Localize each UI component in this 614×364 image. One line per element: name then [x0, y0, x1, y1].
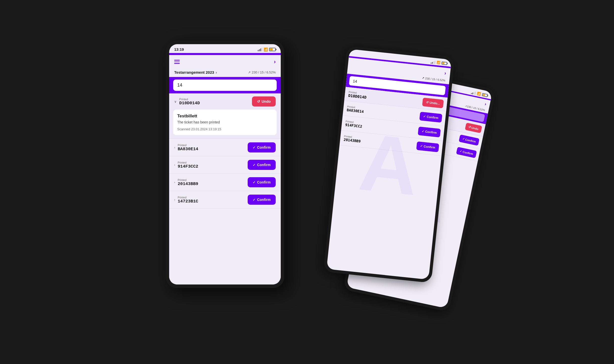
p3-confirm-button-2[interactable]: ✓ Confirm	[456, 147, 477, 158]
p1-ticket-left-4: › Printed 14723B1C	[174, 196, 198, 204]
p1-event-stats-container: ↗ 230 / 15 / 6.52%	[248, 70, 276, 74]
p1-ticket-info-4: Printed 14723B1C	[178, 196, 198, 204]
p1-ticket-row-3: › Printed 20143BB9 ✓ Confirm	[169, 174, 281, 191]
p1-ticket-status-2: Printed	[178, 161, 198, 164]
p1-confirm-button-4[interactable]: ✓ Confirm	[248, 195, 276, 205]
p1-status-bar: 13:19 📶	[169, 44, 281, 53]
p1-ticket-code-2: 914F3CC2	[178, 164, 198, 169]
p1-expanded-ticket-status: Printed	[179, 98, 200, 101]
p1-expanded-ticket-header: ∨ Printed D10D014D ↺ Undo	[169, 93, 281, 110]
p3-confirm-label-1: Confirm	[465, 138, 476, 143]
p1-ticket-code-1: BA830E14	[178, 147, 198, 151]
p2-undo-arrow-icon: ↺	[426, 100, 429, 104]
p3-check-icon-1: ✓	[462, 137, 465, 141]
p2-confirm-button-3[interactable]: ✓ Confirm	[416, 141, 439, 152]
p1-search-input[interactable]	[173, 80, 277, 91]
p1-check-icon-2: ✓	[253, 163, 255, 167]
p1-confirm-button-3[interactable]: ✓ Confirm	[248, 177, 276, 187]
p2-ticket-info-1: Printed BA830E14	[347, 105, 364, 114]
p1-event-name: Testarrangement 2023	[174, 70, 214, 74]
p2-check-icon-2: ✓	[422, 129, 424, 133]
p1-event-row: Testarrangement 2023 › ↗ 230 / 15 / 6.52…	[169, 69, 281, 77]
p1-undo-icon: ↺	[257, 99, 260, 103]
p2-confirm-label-2: Confirm	[425, 130, 437, 135]
phone-2-screen: A 📶	[326, 49, 451, 280]
p3-confirm-button-1[interactable]: ✓ Confirm	[459, 135, 479, 146]
p1-event-stats: 230 / 15 / 6.52%	[252, 70, 276, 74]
p3-chevron-icon[interactable]: ›	[484, 101, 487, 107]
p1-signal-icon	[258, 48, 262, 51]
p1-check-icon-4: ✓	[253, 198, 255, 202]
p2-ticket-info-3: Printed 20143BB9	[344, 135, 361, 143]
p1-ticket-code-4: 14723B1C	[178, 199, 198, 204]
p1-ticket-scanned: Scanned 23.01.2024 13:19:15	[177, 127, 273, 131]
p1-ticket-row-4: › Printed 14723B1C ✓ Confirm	[169, 191, 281, 209]
p1-ticket-chevron-4: ›	[174, 198, 175, 201]
p1-search-container	[169, 77, 281, 93]
p2-battery-icon	[441, 62, 447, 65]
p2-confirm-button-1[interactable]: ✓ Confirm	[419, 112, 442, 123]
p1-confirm-label-4: Confirm	[257, 198, 271, 202]
p1-nav-forward-button[interactable]: ›	[274, 59, 276, 65]
p1-expanded-ticket-left: ∨ Printed D10D014D	[174, 98, 200, 106]
p3-undo-button[interactable]: ↺ Undo	[465, 123, 482, 133]
p1-confirm-label-2: Confirm	[257, 163, 271, 167]
p1-ticket-left-2: › Printed 914F3CC2	[174, 161, 198, 169]
p1-ticket-info-3: Printed 20143BB9	[178, 178, 198, 186]
p1-status-icons: 📶	[258, 47, 276, 51]
p2-check-icon-3: ✓	[420, 144, 423, 148]
p1-ticket-info-2: Printed 914F3CC2	[178, 161, 198, 169]
p2-confirm-label-1: Confirm	[427, 115, 439, 120]
p1-ticket-detail: Testbillett The ticket has been printed …	[173, 110, 277, 135]
p1-ticket-title: Testbillett	[177, 114, 273, 119]
p2-status-icons: 📶	[431, 60, 447, 65]
p1-ticket-left-3: › Printed 20143BB9	[174, 178, 198, 186]
p1-confirm-button-1[interactable]: ✓ Confirm	[248, 142, 276, 152]
phone-1: 13:19 📶	[166, 41, 284, 288]
p1-ticket-chevron-1: ›	[174, 146, 175, 149]
p1-toolbar: ›	[169, 55, 281, 69]
p1-ticket-row-2: › Printed 914F3CC2 ✓ Confirm	[169, 156, 281, 174]
p2-check-icon-1: ✓	[423, 115, 426, 118]
p1-ticket-row-1: › Printed BA830E14 ✓ Confirm	[169, 139, 281, 156]
p1-battery-icon	[269, 48, 276, 51]
p1-expanded-ticket: ∨ Printed D10D014D ↺ Undo	[169, 93, 281, 139]
p1-ticket-code-3: 20143BB9	[178, 181, 198, 186]
p1-expanded-ticket-code: D10D014D	[179, 101, 200, 106]
p2-chevron-icon[interactable]: ›	[444, 70, 446, 76]
p1-ticket-status-3: Printed	[178, 178, 198, 181]
p1-ticket-left-1: › Printed BA830E14	[174, 144, 198, 151]
p3-battery-icon	[482, 93, 488, 97]
p1-ticket-chevron-3: ›	[174, 181, 175, 184]
app-scene: A 📶	[156, 31, 458, 333]
p1-undo-label: Undo	[262, 99, 271, 103]
p1-expanded-ticket-info: Printed D10D014D	[179, 98, 200, 106]
p1-event-name-container[interactable]: Testarrangement 2023 ›	[174, 70, 217, 74]
p2-trend-icon: ↗	[422, 76, 424, 80]
p2-confirm-button-2[interactable]: ✓ Confirm	[418, 126, 441, 137]
p1-wifi-icon: 📶	[264, 47, 268, 51]
p1-confirm-button-2[interactable]: ✓ Confirm	[248, 160, 276, 170]
p3-undo-label: Undo	[471, 126, 479, 131]
p1-undo-button[interactable]: ↺ Undo	[252, 96, 276, 107]
p1-menu-button[interactable]	[174, 60, 180, 64]
p3-undo-arrow-icon: ↺	[468, 125, 471, 129]
p3-wifi-icon: 📶	[477, 91, 481, 96]
p2-undo-button[interactable]: ↺ Undo...	[422, 98, 444, 108]
p1-ticket-list: ∨ Printed D10D014D ↺ Undo	[169, 93, 281, 284]
p1-time: 13:19	[174, 47, 184, 51]
p1-ticket-description: The ticket has been printed	[177, 120, 273, 124]
phone-1-screen: 13:19 📶	[169, 44, 281, 284]
p1-check-icon-3: ✓	[253, 180, 255, 184]
p1-trend-icon: ↗	[248, 70, 251, 74]
p3-confirm-label-2: Confirm	[463, 150, 474, 155]
p3-signal-icon	[471, 90, 476, 95]
p2-signal-icon	[431, 60, 436, 64]
p2-ticket-left: Printed D10D014D	[348, 90, 367, 99]
p3-check-icon-2: ✓	[459, 149, 463, 153]
p1-event-chevron-icon: ›	[216, 70, 217, 74]
p1-ticket-info-1: Printed BA830E14	[178, 144, 198, 151]
p1-confirm-label-3: Confirm	[257, 180, 271, 184]
p2-confirm-label-3: Confirm	[423, 145, 435, 149]
p1-ticket-status-4: Printed	[178, 196, 198, 199]
